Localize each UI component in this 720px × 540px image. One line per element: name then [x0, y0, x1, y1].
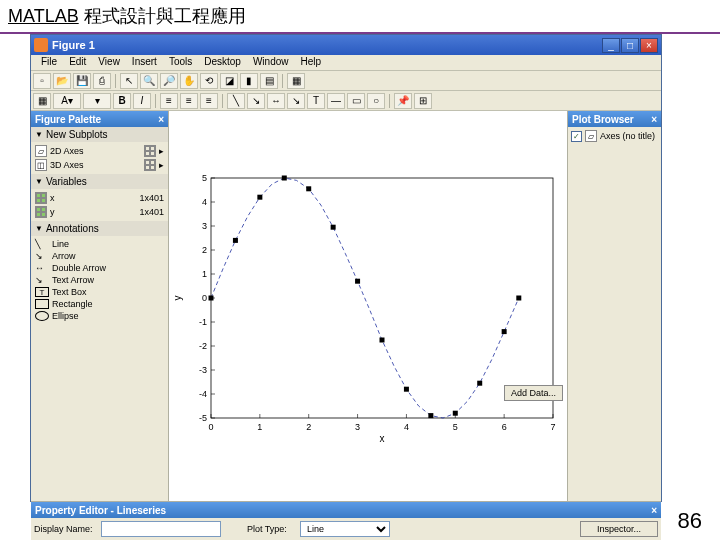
- align-objs-icon[interactable]: ⊞: [414, 93, 432, 109]
- panel-close-icon[interactable]: ×: [651, 505, 657, 516]
- save-icon[interactable]: 💾: [73, 73, 91, 89]
- figure-palette-panel: Figure Palette × ▼New Subplots ▱2D Axes▸…: [31, 111, 169, 501]
- arrow-icon[interactable]: ↘: [247, 93, 265, 109]
- close-button[interactable]: ×: [640, 38, 658, 53]
- maximize-button[interactable]: □: [621, 38, 639, 53]
- inspector-button[interactable]: Inspector...: [580, 521, 658, 537]
- svg-text:4: 4: [202, 197, 207, 207]
- toolbar-2: ▦ A▾ ▾ B I ≡ ≡ ≡ ╲ ↘ ↔ ↘ T — ▭ ○ 📌 ⊞: [31, 91, 661, 111]
- line-icon[interactable]: ╲: [227, 93, 245, 109]
- panel-close-icon[interactable]: ×: [158, 114, 164, 125]
- menu-window[interactable]: Window: [247, 55, 295, 70]
- title-matlab: MATLAB: [8, 6, 79, 26]
- annotations-header[interactable]: ▼Annotations: [31, 221, 168, 236]
- plot-type-label: Plot Type:: [247, 524, 297, 534]
- align-icon[interactable]: ▦: [33, 93, 51, 109]
- svg-text:3: 3: [355, 422, 360, 432]
- legend-icon[interactable]: ▤: [260, 73, 278, 89]
- ann-ellipse[interactable]: Ellipse: [33, 310, 166, 322]
- rotate-icon[interactable]: ⟲: [200, 73, 218, 89]
- svg-rect-51: [453, 411, 458, 416]
- text-arrow-icon: ↘: [35, 275, 49, 285]
- axes-3d-icon: ◫: [35, 159, 47, 171]
- plot-type-select[interactable]: Line: [300, 521, 390, 537]
- svg-text:2: 2: [306, 422, 311, 432]
- font-select-icon[interactable]: A▾: [53, 93, 81, 109]
- text-arrow-icon[interactable]: ↘: [287, 93, 305, 109]
- svg-rect-47: [355, 279, 360, 284]
- plot-area[interactable]: 01234567-5-4-3-2-1012345xy: [169, 111, 567, 501]
- ellipse-icon[interactable]: ○: [367, 93, 385, 109]
- variable-x[interactable]: x1x401: [33, 191, 166, 205]
- colorbar-icon[interactable]: ▮: [240, 73, 258, 89]
- chevron-right-icon[interactable]: ▸: [159, 146, 164, 156]
- property-editor-panel: Property Editor - Lineseries × Display N…: [31, 501, 661, 540]
- bold-icon[interactable]: B: [113, 93, 131, 109]
- ann-text-box[interactable]: TText Box: [33, 286, 166, 298]
- figure-palette-header: Figure Palette ×: [31, 111, 168, 127]
- svg-text:-2: -2: [199, 341, 207, 351]
- rectangle-icon: [35, 299, 49, 309]
- text-icon[interactable]: T: [307, 93, 325, 109]
- rect-icon[interactable]: ▭: [347, 93, 365, 109]
- axes-2d-icon: ▱: [35, 145, 47, 157]
- figure-palette-title: Figure Palette: [35, 114, 101, 125]
- align-right-icon[interactable]: ≡: [200, 93, 218, 109]
- size-select-icon[interactable]: ▾: [83, 93, 111, 109]
- menu-edit[interactable]: Edit: [63, 55, 92, 70]
- hide-tools-icon[interactable]: ▦: [287, 73, 305, 89]
- var-y-size: 1x401: [139, 207, 164, 217]
- line-chart[interactable]: 01234567-5-4-3-2-1012345xy: [169, 111, 567, 501]
- pin-icon[interactable]: 📌: [394, 93, 412, 109]
- ann-rectangle[interactable]: Rectangle: [33, 298, 166, 310]
- double-arrow-icon: ↔: [35, 263, 49, 273]
- svg-text:3: 3: [202, 221, 207, 231]
- italic-icon[interactable]: I: [133, 93, 151, 109]
- menu-insert[interactable]: Insert: [126, 55, 163, 70]
- grid-icon[interactable]: [144, 159, 156, 171]
- minimize-button[interactable]: _: [602, 38, 620, 53]
- svg-text:-4: -4: [199, 389, 207, 399]
- ann-arrow[interactable]: ↘Arrow: [33, 250, 166, 262]
- plot-browser-item[interactable]: ✓ ▱ Axes (no title): [568, 127, 661, 145]
- datatip-icon[interactable]: ◪: [220, 73, 238, 89]
- ann-text-arrow[interactable]: ↘Text Arrow: [33, 274, 166, 286]
- open-icon[interactable]: 📂: [53, 73, 71, 89]
- axes-icon: ▱: [585, 130, 597, 142]
- variable-y[interactable]: y1x401: [33, 205, 166, 219]
- double-arrow-icon[interactable]: ↔: [267, 93, 285, 109]
- align-center-icon[interactable]: ≡: [180, 93, 198, 109]
- add-data-button[interactable]: Add Data...: [504, 385, 563, 401]
- display-name-input[interactable]: [101, 521, 221, 537]
- chevron-right-icon[interactable]: ▸: [159, 160, 164, 170]
- titlebar[interactable]: Figure 1 _ □ ×: [31, 35, 661, 55]
- arrow-icon: ↘: [35, 251, 49, 261]
- grid-icon[interactable]: [144, 145, 156, 157]
- axes-2d-item[interactable]: ▱2D Axes▸: [33, 144, 166, 158]
- pointer-icon[interactable]: ↖: [120, 73, 138, 89]
- new-subplots-header[interactable]: ▼New Subplots: [31, 127, 168, 142]
- menu-tools[interactable]: Tools: [163, 55, 198, 70]
- menu-desktop[interactable]: Desktop: [198, 55, 247, 70]
- variables-header[interactable]: ▼Variables: [31, 174, 168, 189]
- svg-text:-3: -3: [199, 365, 207, 375]
- menu-view[interactable]: View: [92, 55, 126, 70]
- axes-3d-item[interactable]: ◫3D Axes▸: [33, 158, 166, 172]
- checkbox-icon[interactable]: ✓: [571, 131, 582, 142]
- zoom-in-icon[interactable]: 🔍: [140, 73, 158, 89]
- panel-close-icon[interactable]: ×: [651, 114, 657, 125]
- menu-file[interactable]: File: [35, 55, 63, 70]
- menu-help[interactable]: Help: [295, 55, 328, 70]
- align-left-icon[interactable]: ≡: [160, 93, 178, 109]
- svg-text:6: 6: [502, 422, 507, 432]
- pan-icon[interactable]: ✋: [180, 73, 198, 89]
- new-icon[interactable]: ▫: [33, 73, 51, 89]
- svg-rect-41: [209, 296, 214, 301]
- svg-rect-46: [331, 225, 336, 230]
- dash-icon[interactable]: —: [327, 93, 345, 109]
- zoom-out-icon[interactable]: 🔎: [160, 73, 178, 89]
- ann-line[interactable]: ╲Line: [33, 238, 166, 250]
- svg-text:x: x: [380, 433, 385, 444]
- print-icon[interactable]: ⎙: [93, 73, 111, 89]
- ann-double-arrow[interactable]: ↔Double Arrow: [33, 262, 166, 274]
